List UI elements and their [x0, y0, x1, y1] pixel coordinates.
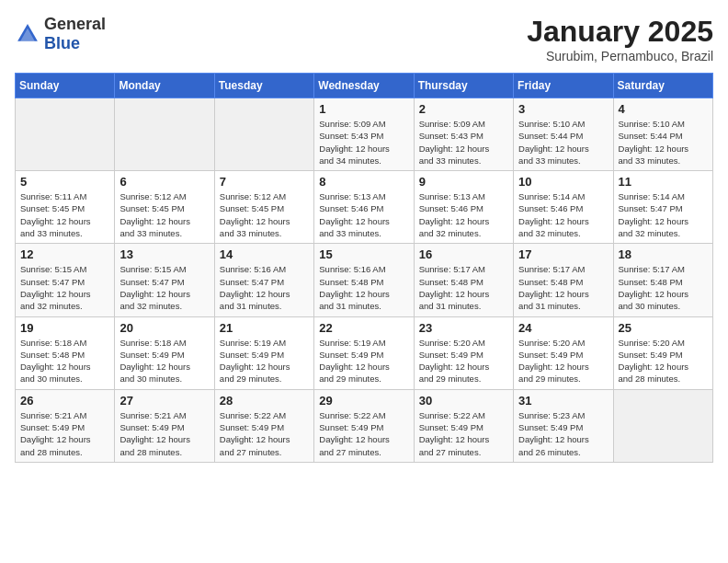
calendar-week-1: 1Sunrise: 5:09 AM Sunset: 5:43 PM Daylig… [16, 98, 713, 171]
day-info: Sunrise: 5:20 AM Sunset: 5:49 PM Dayligh… [518, 337, 608, 385]
weekday-header-tuesday: Tuesday [214, 74, 313, 98]
calendar-cell: 28Sunrise: 5:22 AM Sunset: 5:49 PM Dayli… [214, 389, 313, 462]
calendar-cell: 12Sunrise: 5:15 AM Sunset: 5:47 PM Dayli… [16, 244, 115, 316]
day-info: Sunrise: 5:18 AM Sunset: 5:48 PM Dayligh… [20, 337, 109, 385]
title-area: January 2025 Surubim, Pernambuco, Brazil [527, 15, 713, 63]
header: General Blue January 2025 Surubim, Perna… [15, 15, 713, 63]
calendar-cell: 10Sunrise: 5:14 AM Sunset: 5:46 PM Dayli… [514, 171, 613, 244]
logo-icon [15, 21, 40, 47]
day-info: Sunrise: 5:20 AM Sunset: 5:49 PM Dayligh… [619, 337, 708, 385]
calendar-cell [214, 98, 313, 171]
weekday-header-sunday: Sunday [16, 74, 115, 98]
calendar-cell: 30Sunrise: 5:22 AM Sunset: 5:49 PM Dayli… [414, 389, 513, 462]
day-number: 12 [20, 247, 109, 261]
day-info: Sunrise: 5:10 AM Sunset: 5:44 PM Dayligh… [518, 118, 608, 167]
calendar-cell: 11Sunrise: 5:14 AM Sunset: 5:47 PM Dayli… [613, 171, 712, 244]
day-number: 25 [619, 321, 708, 335]
weekday-header-row: SundayMondayTuesdayWednesdayThursdayFrid… [16, 74, 713, 98]
day-info: Sunrise: 5:15 AM Sunset: 5:47 PM Dayligh… [20, 263, 109, 312]
day-info: Sunrise: 5:20 AM Sunset: 5:49 PM Dayligh… [419, 337, 508, 385]
weekday-header-friday: Friday [514, 74, 613, 98]
day-number: 6 [119, 175, 209, 189]
day-info: Sunrise: 5:22 AM Sunset: 5:49 PM Dayligh… [419, 409, 508, 458]
day-info: Sunrise: 5:13 AM Sunset: 5:46 PM Dayligh… [419, 190, 508, 239]
logo-blue: Blue [44, 34, 80, 52]
calendar-cell: 7Sunrise: 5:12 AM Sunset: 5:45 PM Daylig… [214, 171, 313, 244]
day-info: Sunrise: 5:23 AM Sunset: 5:49 PM Dayligh… [518, 409, 608, 458]
day-info: Sunrise: 5:21 AM Sunset: 5:49 PM Dayligh… [119, 409, 209, 458]
weekday-header-monday: Monday [115, 74, 214, 98]
day-info: Sunrise: 5:12 AM Sunset: 5:45 PM Dayligh… [119, 190, 209, 239]
day-number: 26 [20, 394, 109, 408]
calendar-cell: 21Sunrise: 5:19 AM Sunset: 5:49 PM Dayli… [214, 316, 313, 389]
month-title: January 2025 [527, 15, 713, 49]
calendar-cell: 25Sunrise: 5:20 AM Sunset: 5:49 PM Dayli… [613, 316, 712, 389]
weekday-header-wednesday: Wednesday [314, 74, 414, 98]
calendar-cell: 23Sunrise: 5:20 AM Sunset: 5:49 PM Dayli… [414, 316, 513, 389]
calendar-cell: 2Sunrise: 5:09 AM Sunset: 5:43 PM Daylig… [414, 98, 513, 171]
day-info: Sunrise: 5:16 AM Sunset: 5:47 PM Dayligh… [220, 263, 309, 312]
calendar-cell [16, 98, 115, 171]
calendar-body: 1Sunrise: 5:09 AM Sunset: 5:43 PM Daylig… [16, 98, 713, 463]
day-info: Sunrise: 5:22 AM Sunset: 5:49 PM Dayligh… [220, 409, 309, 458]
calendar-cell [613, 389, 712, 462]
day-number: 14 [220, 247, 309, 261]
day-number: 3 [518, 102, 608, 116]
day-number: 24 [518, 321, 608, 335]
calendar-cell: 26Sunrise: 5:21 AM Sunset: 5:49 PM Dayli… [16, 389, 115, 462]
calendar-cell: 31Sunrise: 5:23 AM Sunset: 5:49 PM Dayli… [514, 389, 613, 462]
day-info: Sunrise: 5:17 AM Sunset: 5:48 PM Dayligh… [518, 263, 608, 312]
day-number: 9 [419, 175, 508, 189]
day-info: Sunrise: 5:19 AM Sunset: 5:49 PM Dayligh… [319, 337, 408, 385]
day-info: Sunrise: 5:13 AM Sunset: 5:46 PM Dayligh… [319, 190, 408, 239]
day-number: 22 [319, 321, 408, 335]
day-number: 10 [518, 175, 608, 189]
calendar-cell: 19Sunrise: 5:18 AM Sunset: 5:48 PM Dayli… [16, 316, 115, 389]
calendar-cell: 3Sunrise: 5:10 AM Sunset: 5:44 PM Daylig… [514, 98, 613, 171]
weekday-header-thursday: Thursday [414, 74, 513, 98]
calendar-cell: 13Sunrise: 5:15 AM Sunset: 5:47 PM Dayli… [115, 244, 214, 316]
calendar-cell: 9Sunrise: 5:13 AM Sunset: 5:46 PM Daylig… [414, 171, 513, 244]
day-number: 28 [220, 394, 309, 408]
calendar-cell: 14Sunrise: 5:16 AM Sunset: 5:47 PM Dayli… [214, 244, 313, 316]
calendar-cell: 5Sunrise: 5:11 AM Sunset: 5:45 PM Daylig… [16, 171, 115, 244]
calendar-week-4: 19Sunrise: 5:18 AM Sunset: 5:48 PM Dayli… [16, 316, 713, 389]
day-number: 2 [419, 102, 508, 116]
day-number: 18 [619, 247, 708, 261]
day-info: Sunrise: 5:15 AM Sunset: 5:47 PM Dayligh… [119, 263, 209, 312]
day-number: 7 [220, 175, 309, 189]
day-number: 4 [619, 102, 708, 116]
day-number: 16 [419, 247, 508, 261]
subtitle: Surubim, Pernambuco, Brazil [527, 49, 713, 63]
day-info: Sunrise: 5:14 AM Sunset: 5:46 PM Dayligh… [518, 190, 608, 239]
calendar-cell: 27Sunrise: 5:21 AM Sunset: 5:49 PM Dayli… [115, 389, 214, 462]
day-info: Sunrise: 5:14 AM Sunset: 5:47 PM Dayligh… [619, 190, 708, 239]
calendar-header: SundayMondayTuesdayWednesdayThursdayFrid… [16, 74, 713, 98]
day-number: 23 [419, 321, 508, 335]
day-number: 13 [119, 247, 209, 261]
calendar-cell: 18Sunrise: 5:17 AM Sunset: 5:48 PM Dayli… [613, 244, 712, 316]
day-number: 27 [119, 394, 209, 408]
calendar-cell: 6Sunrise: 5:12 AM Sunset: 5:45 PM Daylig… [115, 171, 214, 244]
calendar-cell: 24Sunrise: 5:20 AM Sunset: 5:49 PM Dayli… [514, 316, 613, 389]
calendar-cell: 29Sunrise: 5:22 AM Sunset: 5:49 PM Dayli… [314, 389, 414, 462]
day-info: Sunrise: 5:11 AM Sunset: 5:45 PM Dayligh… [20, 190, 109, 239]
day-info: Sunrise: 5:17 AM Sunset: 5:48 PM Dayligh… [619, 263, 708, 312]
day-number: 8 [319, 175, 408, 189]
day-number: 1 [319, 102, 408, 116]
day-number: 30 [419, 394, 508, 408]
calendar-cell: 4Sunrise: 5:10 AM Sunset: 5:44 PM Daylig… [613, 98, 712, 171]
calendar-cell: 8Sunrise: 5:13 AM Sunset: 5:46 PM Daylig… [314, 171, 414, 244]
weekday-header-saturday: Saturday [613, 74, 712, 98]
day-number: 11 [619, 175, 708, 189]
day-info: Sunrise: 5:09 AM Sunset: 5:43 PM Dayligh… [419, 118, 508, 167]
calendar-week-3: 12Sunrise: 5:15 AM Sunset: 5:47 PM Dayli… [16, 244, 713, 316]
calendar-cell: 16Sunrise: 5:17 AM Sunset: 5:48 PM Dayli… [414, 244, 513, 316]
day-info: Sunrise: 5:16 AM Sunset: 5:48 PM Dayligh… [319, 263, 408, 312]
calendar-table: SundayMondayTuesdayWednesdayThursdayFrid… [15, 73, 713, 463]
day-number: 29 [319, 394, 408, 408]
calendar-week-5: 26Sunrise: 5:21 AM Sunset: 5:49 PM Dayli… [16, 389, 713, 462]
day-number: 19 [20, 321, 109, 335]
day-info: Sunrise: 5:17 AM Sunset: 5:48 PM Dayligh… [419, 263, 508, 312]
day-info: Sunrise: 5:10 AM Sunset: 5:44 PM Dayligh… [619, 118, 708, 167]
